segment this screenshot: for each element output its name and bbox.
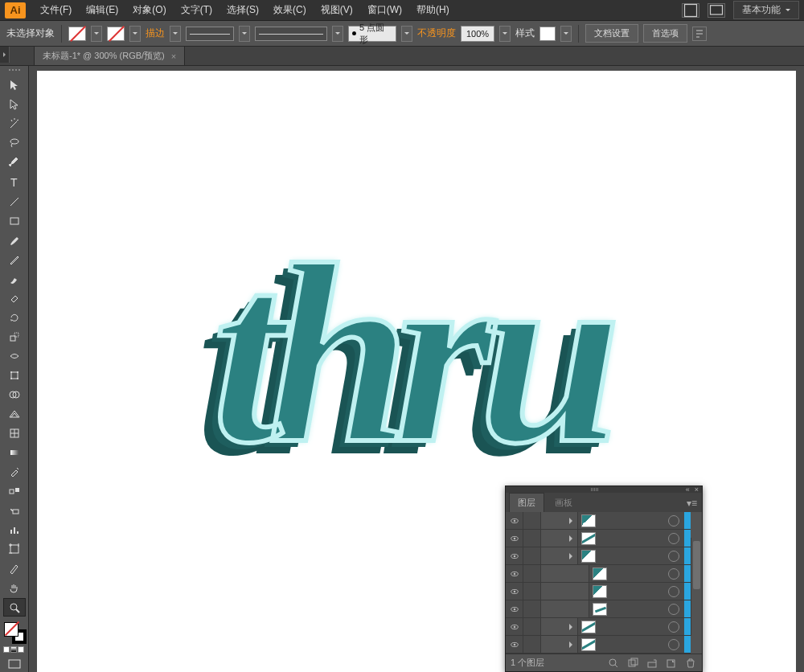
layer-thumbnail[interactable] [593, 603, 607, 616]
type-tool[interactable]: T [3, 173, 26, 191]
paintbrush-tool[interactable] [3, 231, 26, 249]
panel-menu-button[interactable]: ▾≡ [682, 494, 702, 512]
layer-row[interactable] [506, 530, 691, 547]
panel-grip[interactable] [3, 69, 26, 74]
scrollbar-thumb[interactable] [693, 541, 700, 589]
selection-tool[interactable] [3, 76, 26, 95]
target-button[interactable] [668, 639, 679, 650]
lock-toggle[interactable] [523, 600, 541, 617]
visibility-toggle[interactable] [506, 583, 523, 600]
visibility-toggle[interactable] [506, 530, 523, 547]
width-tool[interactable] [3, 346, 26, 365]
layer-row[interactable] [506, 583, 691, 600]
lock-toggle[interactable] [523, 618, 541, 635]
layer-row[interactable] [506, 636, 691, 654]
disclosure-triangle-icon[interactable] [569, 535, 576, 542]
lock-toggle[interactable] [523, 636, 541, 653]
menu-file[interactable]: 文件(F) [34, 0, 78, 20]
document-setup-button[interactable]: 文档设置 [585, 24, 638, 43]
screen-mode-tool[interactable] [3, 657, 26, 672]
lock-toggle[interactable] [523, 530, 541, 547]
pencil-tool[interactable] [3, 250, 26, 268]
layer-row[interactable] [506, 565, 691, 583]
variable-width-profile[interactable] [186, 27, 234, 41]
brush-definition[interactable] [255, 27, 327, 41]
brush-dropdown[interactable] [332, 26, 343, 42]
layer-thumbnail[interactable] [581, 621, 596, 633]
workspace-switcher[interactable]: 基本功能 [733, 1, 799, 19]
layer-thumbnail[interactable] [581, 638, 596, 651]
new-layer-button[interactable] [665, 657, 678, 670]
fill-dropdown[interactable] [91, 26, 102, 42]
disclosure-triangle-icon[interactable] [569, 518, 576, 524]
direct-selection-tool[interactable] [3, 96, 26, 114]
target-button[interactable] [668, 586, 679, 597]
gradient-tool[interactable] [3, 444, 26, 462]
shape-builder-tool[interactable] [3, 386, 26, 404]
visibility-toggle[interactable] [506, 636, 523, 653]
pen-tool[interactable] [3, 154, 26, 172]
visibility-toggle[interactable] [506, 618, 523, 635]
stroke-value-dropdown[interactable] [401, 26, 412, 42]
color-mode-gradient[interactable] [10, 646, 17, 653]
rotate-tool[interactable] [3, 308, 26, 326]
lock-toggle[interactable] [523, 512, 541, 529]
menu-view[interactable]: 视图(V) [314, 0, 359, 20]
stroke-swatch[interactable] [107, 27, 125, 41]
color-mode-none[interactable] [18, 646, 24, 653]
layer-thumbnail[interactable] [593, 585, 607, 598]
preferences-button[interactable]: 首选项 [643, 24, 687, 43]
arrange-documents-button[interactable] [682, 3, 699, 18]
magic-wand-tool[interactable] [3, 115, 26, 133]
visibility-toggle[interactable] [506, 600, 523, 617]
perspective-grid-tool[interactable] [3, 405, 26, 424]
stroke-label[interactable]: 描边 [146, 27, 165, 40]
opacity-dropdown[interactable] [499, 26, 511, 42]
opacity-label[interactable]: 不透明度 [417, 27, 456, 40]
layer-thumbnail[interactable] [581, 532, 596, 545]
tab-layers[interactable]: 图层 [509, 493, 544, 512]
layer-row[interactable] [506, 547, 691, 565]
layer-thumbnail[interactable] [581, 550, 596, 563]
eyedropper-tool[interactable] [3, 463, 26, 481]
transform-panel-toggle[interactable] [692, 27, 707, 41]
new-sublayer-button[interactable] [646, 657, 658, 670]
visibility-toggle[interactable] [506, 512, 523, 529]
make-clipping-mask-button[interactable] [626, 657, 639, 670]
layer-thumbnail[interactable] [593, 568, 607, 580]
layers-scrollbar[interactable] [691, 538, 702, 636]
target-button[interactable] [668, 604, 679, 615]
vwp-dropdown[interactable] [239, 26, 250, 42]
artboard-tool[interactable] [3, 540, 26, 559]
menu-type[interactable]: 文字(T) [174, 0, 219, 20]
symbol-sprayer-tool[interactable] [3, 502, 26, 520]
disclosure-triangle-icon[interactable] [569, 553, 576, 559]
tab-artboards[interactable]: 画板 [546, 493, 581, 512]
blend-tool[interactable] [3, 482, 26, 501]
lasso-tool[interactable] [3, 134, 26, 153]
menu-object[interactable]: 对象(O) [126, 0, 172, 20]
column-graph-tool[interactable] [3, 521, 26, 539]
layer-row[interactable] [506, 600, 691, 618]
menu-effect[interactable]: 效果(C) [267, 0, 313, 20]
menu-help[interactable]: 帮助(H) [410, 0, 456, 20]
fill-stroke-indicator[interactable] [2, 621, 27, 644]
fill-swatch[interactable] [68, 27, 86, 41]
target-button[interactable] [668, 515, 679, 527]
menu-edit[interactable]: 编辑(E) [80, 0, 125, 20]
menu-window[interactable]: 窗口(W) [361, 0, 408, 20]
delete-layer-button[interactable] [684, 657, 697, 670]
screen-mode-button[interactable] [708, 3, 725, 18]
hand-tool[interactable] [3, 579, 26, 597]
graphic-style-dropdown[interactable] [560, 26, 572, 42]
lock-toggle[interactable] [523, 565, 541, 582]
layer-row[interactable] [506, 512, 691, 530]
opacity-value[interactable]: 100% [461, 26, 494, 42]
stroke-value[interactable]: 5 点圆形 [348, 26, 396, 42]
menu-select[interactable]: 选择(S) [220, 0, 265, 20]
fill-indicator[interactable] [4, 622, 18, 637]
target-button[interactable] [668, 621, 679, 633]
disclosure-triangle-icon[interactable] [569, 624, 576, 630]
rectangle-tool[interactable] [3, 211, 26, 230]
layer-row[interactable] [506, 618, 691, 636]
